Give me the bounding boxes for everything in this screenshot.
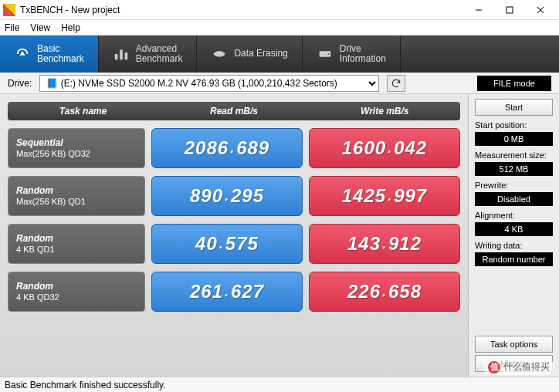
alignment-value[interactable]: 4 KB <box>475 222 553 236</box>
prewrite-value[interactable]: Disabled <box>475 192 553 206</box>
drive-select[interactable]: 📘 (E:) NVMe SSD S2000 M.2 NV 476.93 GB (… <box>39 75 379 92</box>
drive-label: Drive: <box>8 78 32 89</box>
watermark: 值 什么值得买 <box>483 359 554 375</box>
maximize-button[interactable] <box>494 2 525 19</box>
write-value: 143.912 <box>309 224 460 264</box>
tab-label: Data Erasing <box>234 49 287 59</box>
task-name[interactable]: Random 4 KB QD32 <box>8 272 145 312</box>
refresh-icon <box>391 78 401 89</box>
task-options-button[interactable]: Task options <box>475 336 553 353</box>
measurement-size-value[interactable]: 512 MB <box>475 162 553 176</box>
tab-label: Advanced Benchmark <box>136 44 183 64</box>
close-button[interactable] <box>525 2 556 19</box>
writing-data-value[interactable]: Random number <box>475 252 553 266</box>
task-row: Sequential Max(256 KB) QD32 2086.689 160… <box>8 128 460 168</box>
start-position-label: Start position: <box>475 120 553 130</box>
read-value: 40.575 <box>151 224 303 264</box>
header-read: Read mB/s <box>158 102 309 120</box>
tabbar: Basic Benchmark Advanced Benchmark Data … <box>0 35 559 73</box>
column-headers: Task name Read mB/s Write mB/s <box>8 102 460 120</box>
measurement-size-label: Measurement size: <box>475 150 553 160</box>
file-mode-button[interactable]: FILE mode <box>477 76 551 91</box>
titlebar: TxBENCH - New project <box>0 0 559 20</box>
window-title: TxBENCH - New project <box>20 5 463 15</box>
write-value: 226.658 <box>309 272 460 312</box>
svg-rect-5 <box>120 50 123 60</box>
minimize-button[interactable] <box>463 2 494 19</box>
read-value: 2086.689 <box>151 128 303 168</box>
tab-drive-information[interactable]: Drive Information <box>303 35 401 73</box>
read-value: 890.295 <box>151 176 303 216</box>
status-bar: Basic Benchmark finished successfully. <box>0 377 559 392</box>
start-position-value[interactable]: 0 MB <box>475 132 553 146</box>
writing-data-label: Writing data: <box>475 241 553 250</box>
tab-label: Drive Information <box>340 44 386 64</box>
bars-icon <box>113 46 130 63</box>
svg-rect-6 <box>124 52 127 59</box>
task-row: Random Max(256 KB) QD1 890.295 1425.997 <box>8 176 460 216</box>
watermark-text: 什么值得买 <box>503 360 550 373</box>
read-value: 261.627 <box>151 272 303 312</box>
svg-point-8 <box>327 53 329 55</box>
task-row: Random 4 KB QD32 261.627 226.658 <box>8 272 460 312</box>
drive-row: Drive: 📘 (E:) NVMe SSD S2000 M.2 NV 476.… <box>0 73 559 94</box>
write-value: 1600.042 <box>309 128 460 168</box>
gauge-icon <box>14 46 31 63</box>
task-name[interactable]: Sequential Max(256 KB) QD32 <box>8 128 145 168</box>
task-row: Random 4 KB QD1 40.575 143.912 <box>8 224 460 264</box>
header-write: Write mB/s <box>310 102 460 120</box>
menu-view[interactable]: View <box>30 22 50 33</box>
task-name[interactable]: Random 4 KB QD1 <box>8 224 145 264</box>
app-icon <box>3 4 15 16</box>
alignment-label: Alignment: <box>475 211 553 220</box>
tab-data-erasing[interactable]: Data Erasing <box>197 35 302 73</box>
benchmark-panel: Task name Read mB/s Write mB/s Sequentia… <box>0 94 468 377</box>
task-name[interactable]: Random Max(256 KB) QD1 <box>8 176 145 216</box>
erase-icon <box>211 46 228 63</box>
menubar: File View Help <box>0 20 559 35</box>
tab-advanced-benchmark[interactable]: Advanced Benchmark <box>99 35 198 73</box>
menu-file[interactable]: File <box>5 22 19 33</box>
side-panel: Start Start position: 0 MB Measurement s… <box>468 94 559 377</box>
svg-rect-4 <box>114 54 117 59</box>
watermark-icon: 值 <box>488 361 500 373</box>
refresh-button[interactable] <box>387 75 405 92</box>
status-text: Basic Benchmark finished successfully. <box>5 380 166 390</box>
prewrite-label: Prewrite: <box>475 181 553 190</box>
drive-icon <box>317 46 334 63</box>
write-value: 1425.997 <box>309 176 460 216</box>
tab-label: Basic Benchmark <box>37 44 84 64</box>
header-task: Task name <box>8 102 158 120</box>
menu-help[interactable]: Help <box>61 22 80 33</box>
svg-rect-1 <box>506 7 513 13</box>
tab-basic-benchmark[interactable]: Basic Benchmark <box>0 35 99 73</box>
start-button[interactable]: Start <box>475 99 553 116</box>
